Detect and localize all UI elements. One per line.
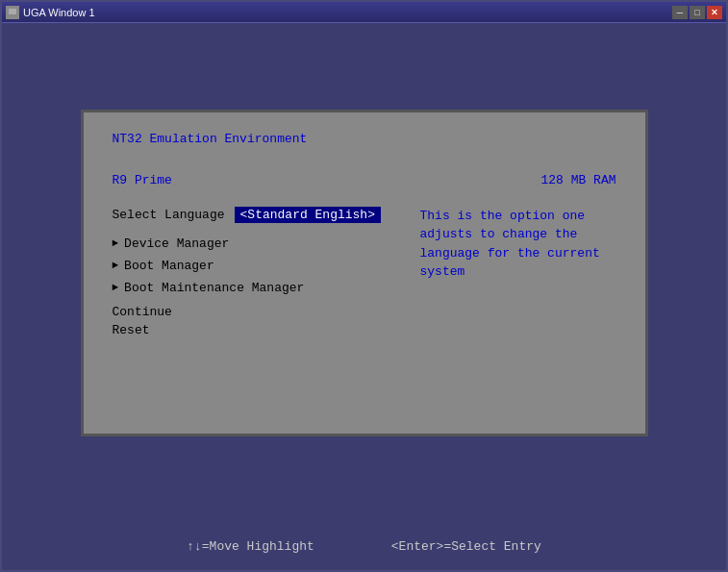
move-hint: ↑↓=Move Highlight xyxy=(187,539,314,554)
boot-maintenance-label: Boot Maintenance Manager xyxy=(124,281,304,295)
bios-ram: 128 MB RAM xyxy=(540,173,615,187)
continue-button[interactable]: Continue xyxy=(113,305,401,319)
bios-actions: Continue Reset xyxy=(113,305,401,337)
minimize-button[interactable]: ─ xyxy=(672,6,688,19)
device-manager-label: Device Manager xyxy=(124,236,229,251)
window-title: UGA Window 1 xyxy=(23,7,95,18)
device-manager-item[interactable]: ► Device Manager xyxy=(113,236,401,251)
bios-menu: Select Language <Standard English> ► Dev… xyxy=(113,207,401,414)
window-icon xyxy=(6,6,19,19)
reset-button[interactable]: Reset xyxy=(113,323,401,337)
bottom-bar: ↑↓=Move Highlight <Enter>=Select Entry xyxy=(2,522,726,570)
bios-model: R9 Prime xyxy=(113,173,172,187)
window-frame: UGA Window 1 ─ □ ✕ NT32 Emulation Enviro… xyxy=(0,0,728,572)
bios-description: This is the option one adjusts to change… xyxy=(401,207,616,414)
close-button[interactable]: ✕ xyxy=(707,6,722,19)
select-language-row: Select Language <Standard English> xyxy=(113,207,401,223)
boot-manager-item[interactable]: ► Boot Manager xyxy=(113,259,401,273)
boot-maintenance-item[interactable]: ► Boot Maintenance Manager xyxy=(113,281,401,295)
bios-header: NT32 Emulation Environment xyxy=(113,132,616,154)
window-content: NT32 Emulation Environment R9 Prime 128 … xyxy=(2,23,726,522)
arrow-icon-boot: ► xyxy=(113,260,119,271)
language-selected-value[interactable]: <Standard English> xyxy=(235,207,381,223)
bios-title: NT32 Emulation Environment xyxy=(113,132,616,146)
bios-screen: NT32 Emulation Environment R9 Prime 128 … xyxy=(81,110,648,436)
title-buttons: ─ □ ✕ xyxy=(672,6,722,19)
arrow-icon-maintenance: ► xyxy=(113,282,119,293)
title-bar-left: UGA Window 1 xyxy=(6,6,95,19)
select-hint: <Enter>=Select Entry xyxy=(391,539,541,554)
maximize-button[interactable]: □ xyxy=(690,6,705,19)
boot-manager-label: Boot Manager xyxy=(124,259,214,273)
bios-system-info: R9 Prime 128 MB RAM xyxy=(113,173,616,187)
title-bar: UGA Window 1 ─ □ ✕ xyxy=(2,2,726,23)
description-text: This is the option one adjusts to change… xyxy=(420,209,600,280)
select-language-label: Select Language xyxy=(113,208,225,222)
svg-rect-1 xyxy=(9,9,16,14)
arrow-icon-device: ► xyxy=(113,237,119,249)
bios-main: Select Language <Standard English> ► Dev… xyxy=(113,207,616,414)
